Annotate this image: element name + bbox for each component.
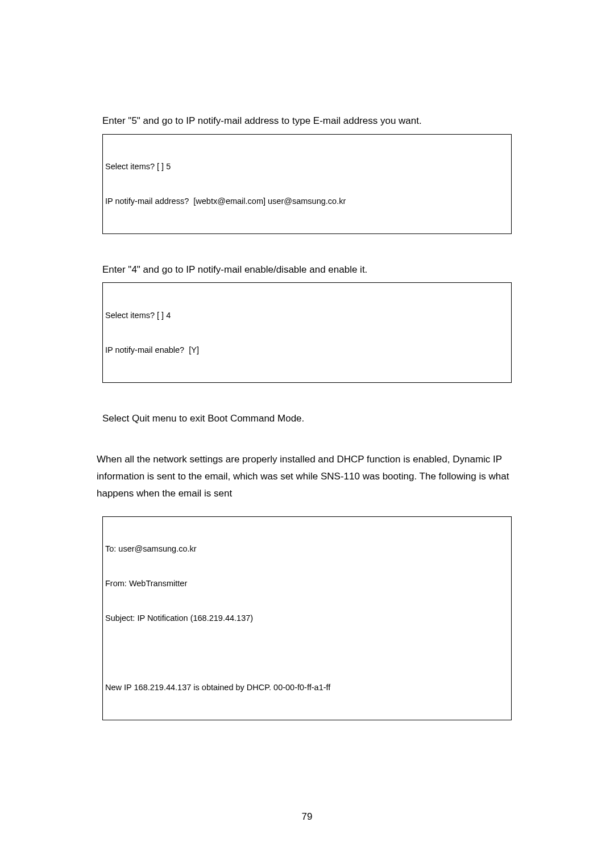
instruction-3: Select Quit menu to exit Boot Command Mo… [102,411,517,426]
code-line: IP notify-mail address? [webtx@email.com… [105,195,509,207]
code-box-1: Select items? [ ] 5 IP notify-mail addre… [102,134,512,234]
instruction-2: Enter "4" and go to IP notify-mail enabl… [102,262,517,277]
spacer [97,502,517,516]
code-line: New IP 168.219.44.137 is obtained by DHC… [105,682,509,693]
page-content: Enter "5" and go to IP notify-mail addre… [0,0,614,720]
spacer [97,383,517,411]
code-line: IP notify-mail enable? [Y] [105,344,509,356]
code-line: From: WebTransmitter [105,578,509,589]
code-line: Select items? [ ] 4 [105,310,509,321]
code-line: To: user@samsung.co.kr [105,543,509,554]
body-paragraph: When all the network settings are proper… [97,451,517,502]
code-line: Subject: IP Notification (168.219.44.137… [105,612,509,624]
instruction-1: Enter "5" and go to IP notify-mail addre… [102,114,517,128]
code-box-2: Select items? [ ] 4 IP notify-mail enabl… [102,282,512,382]
page-number: 79 [0,811,614,823]
code-line [105,647,509,658]
code-line: Select items? [ ] 5 [105,161,509,172]
code-box-3: To: user@samsung.co.kr From: WebTransmit… [102,516,512,720]
spacer [97,431,517,451]
spacer [97,234,517,262]
